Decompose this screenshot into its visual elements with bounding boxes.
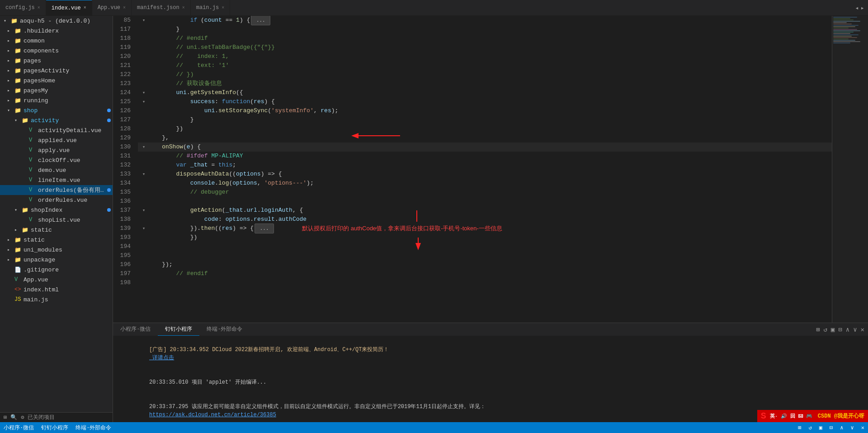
sidebar-item-hbuilderx[interactable]: ▸ 📁 .hbuilderx bbox=[0, 26, 113, 36]
item-label: .hbuilderx bbox=[24, 28, 113, 34]
terminal-link-ad[interactable]: 详请点击 bbox=[149, 355, 174, 361]
footer-icon2[interactable]: 🔍 bbox=[10, 414, 17, 421]
bottom-tab-wechat[interactable]: 小程序·微信 bbox=[113, 323, 158, 336]
sidebar-item-shoplist[interactable]: V shopList.vue bbox=[0, 215, 113, 225]
tab-close-icon[interactable]: × bbox=[182, 5, 185, 10]
footer-icon1[interactable]: ⊞ bbox=[4, 414, 7, 421]
panel-icon-minimize[interactable]: ⊟ bbox=[838, 326, 842, 333]
fold-gutter-125[interactable]: ▾ bbox=[140, 97, 148, 106]
item-label: pagesHome bbox=[24, 77, 113, 84]
sidebar-item-static[interactable]: ▸ 📁 static bbox=[0, 235, 113, 245]
fold-gutter-85[interactable]: ▾ bbox=[140, 16, 148, 25]
sidebar-item-common[interactable]: ▸ 📁 common bbox=[0, 36, 113, 46]
sidebar-item-static-sub[interactable]: ▸ 📁 static bbox=[0, 225, 113, 235]
code-area[interactable]: ▾ if ( count == 1 ) { ... } bbox=[138, 16, 832, 323]
sidebar-item-running[interactable]: ▸ 📁 running bbox=[0, 95, 113, 105]
sidebar-item-unpackage[interactable]: ▸ 📁 unpackage bbox=[0, 255, 113, 265]
sidebar-item-apply[interactable]: V apply.vue bbox=[0, 145, 113, 155]
arrow-icon: ▾ bbox=[14, 207, 22, 213]
panel-icon-up[interactable]: ∧ bbox=[846, 326, 849, 333]
vue-file-icon: V bbox=[29, 177, 36, 183]
folder-icon: 📁 bbox=[14, 48, 22, 54]
sidebar-item-activitydetail[interactable]: V activityDetail.vue bbox=[0, 125, 113, 135]
bottom-tab-external[interactable]: 终端·外部命令 bbox=[199, 323, 250, 336]
sidebar-item-app-vue[interactable]: V App.vue bbox=[0, 275, 113, 285]
code-line-124: ▾ uni . getSystemInfo ({ bbox=[138, 88, 832, 97]
status-icon-square[interactable]: ▣ bbox=[819, 424, 822, 431]
status-icon-up[interactable]: ∧ bbox=[840, 424, 843, 431]
status-dingtalk[interactable]: 钉钉小程序 bbox=[41, 424, 68, 432]
minimap-lines bbox=[832, 16, 868, 45]
panel-icon-down[interactable]: ∨ bbox=[853, 326, 857, 333]
code-line-139: ▾ }). then (( res ) => { ... 默认授权后打印的 au… bbox=[138, 224, 832, 233]
sidebar-item-demo[interactable]: V demo.vue bbox=[0, 165, 113, 175]
html-file-icon: <> bbox=[14, 286, 22, 293]
terminal-link-1[interactable]: https://ask.dcloud.net.cn/article/36385 bbox=[149, 412, 276, 418]
tab-manifest-json[interactable]: manifest.json × bbox=[132, 0, 191, 15]
tab-nav-left-icon[interactable]: ◂ bbox=[855, 4, 859, 12]
fold-btn-139[interactable]: ... bbox=[255, 224, 274, 233]
ln-122: 122 bbox=[113, 70, 134, 79]
code-line-195 bbox=[138, 251, 832, 260]
terminal-content[interactable]: [广告] 20:33:34.952 DCloud 2022新春招聘开启, 欢迎前… bbox=[113, 336, 868, 422]
tab-nav-right-icon[interactable]: ▸ bbox=[861, 4, 864, 12]
status-wechat[interactable]: 小程序·微信 bbox=[4, 424, 34, 432]
sidebar-item-orderrules[interactable]: V orderRules.vue bbox=[0, 195, 113, 205]
sidebar-item-gitignore[interactable]: 📄 .gitignore bbox=[0, 265, 113, 275]
arrow-icon: ▸ bbox=[7, 68, 14, 73]
status-icon-refresh[interactable]: ↺ bbox=[809, 424, 812, 431]
sidebar-item-orderrules-backup[interactable]: V orderRules(备份有用).vue bbox=[0, 185, 113, 195]
bottom-tab-dingtalk[interactable]: 钉钉小程序 bbox=[158, 323, 199, 336]
tab-close-icon[interactable]: × bbox=[123, 5, 126, 10]
sidebar-item-lineitem[interactable]: V lineItem.vue bbox=[0, 175, 113, 185]
sidebar-item-main-js[interactable]: JS main.js bbox=[0, 295, 113, 305]
ln-134: 134 bbox=[113, 179, 134, 188]
status-icon-grid[interactable]: ⊞ bbox=[798, 424, 801, 431]
fold-gutter-124[interactable]: ▾ bbox=[140, 88, 148, 97]
tabs-actions: ◂ ▸ bbox=[851, 0, 868, 15]
ln-137: 137 bbox=[113, 206, 134, 215]
status-icon-down[interactable]: ∨ bbox=[851, 424, 854, 431]
tab-index-vue[interactable]: index.vue × bbox=[46, 0, 92, 15]
arrow-icon: ▸ bbox=[7, 38, 14, 43]
sidebar-item-activity[interactable]: ▾ 📁 activity bbox=[0, 115, 113, 125]
fold-gutter-137[interactable]: ▾ bbox=[140, 206, 148, 215]
fold-gutter-133[interactable]: ▾ bbox=[140, 170, 148, 179]
sidebar-item-pagesmy[interactable]: ▸ 📁 pagesMy bbox=[0, 86, 113, 95]
fold-gutter-130[interactable]: ▾ bbox=[140, 143, 148, 152]
tab-close-icon[interactable]: × bbox=[38, 5, 40, 10]
panel-icon-stop[interactable]: ▣ bbox=[831, 326, 835, 333]
sidebar-item-shop[interactable]: ▾ 📁 shop bbox=[0, 105, 113, 115]
sidebar-item-pages[interactable]: ▸ 📁 pages bbox=[0, 56, 113, 66]
tab-close-icon[interactable]: × bbox=[84, 5, 86, 10]
sidebar-root[interactable]: ▾ 📁 aoqu-h5 - (dev1.0.0) bbox=[0, 16, 113, 26]
status-icon-window[interactable]: ⊟ bbox=[830, 424, 833, 431]
sidebar-item-pagesactivity[interactable]: ▸ 📁 pagesActivity bbox=[0, 66, 113, 76]
code-line-132: var _that = this ; bbox=[138, 161, 832, 170]
status-icon-close[interactable]: ✕ bbox=[861, 424, 864, 431]
arrow-icon: ▸ bbox=[7, 48, 14, 53]
panel-icon-close[interactable]: ✕ bbox=[861, 326, 864, 333]
tab-config-js[interactable]: config.js × bbox=[0, 0, 46, 15]
tab-app-vue[interactable]: App.vue × bbox=[92, 0, 132, 15]
sidebar-item-pageshome[interactable]: ▸ 📁 pagesHome bbox=[0, 76, 113, 86]
tab-main-js[interactable]: main.js × bbox=[191, 0, 230, 15]
sidebar-item-uni-modules[interactable]: ▸ 📁 uni_modules bbox=[0, 245, 113, 255]
sidebar-item-shopindex[interactable]: ▾ 📁 shopIndex bbox=[0, 205, 113, 215]
tab-close-icon[interactable]: × bbox=[222, 5, 224, 10]
sidebar-item-components[interactable]: ▸ 📁 components bbox=[0, 46, 113, 56]
panel-icon-refresh[interactable]: ↺ bbox=[823, 326, 827, 333]
sidebar-item-clockoff[interactable]: V clockOff.vue bbox=[0, 155, 113, 165]
sidebar-item-index-html[interactable]: <> index.html bbox=[0, 285, 113, 295]
footer-icon3[interactable]: ⚙ bbox=[21, 414, 24, 421]
modified-dot bbox=[107, 109, 111, 112]
status-external[interactable]: 终端·外部命令 bbox=[75, 424, 111, 432]
item-label: running bbox=[24, 97, 113, 104]
fold-btn-85[interactable]: ... bbox=[251, 16, 270, 25]
ln-120: 120 bbox=[113, 52, 134, 61]
fold-gutter-139[interactable]: ▾ bbox=[140, 224, 148, 233]
code-line-193: }) bbox=[138, 233, 832, 242]
item-label: .gitignore bbox=[24, 266, 113, 273]
sidebar-item-applied[interactable]: V applied.vue bbox=[0, 135, 113, 145]
panel-icon-grid[interactable]: ⊞ bbox=[816, 326, 820, 333]
